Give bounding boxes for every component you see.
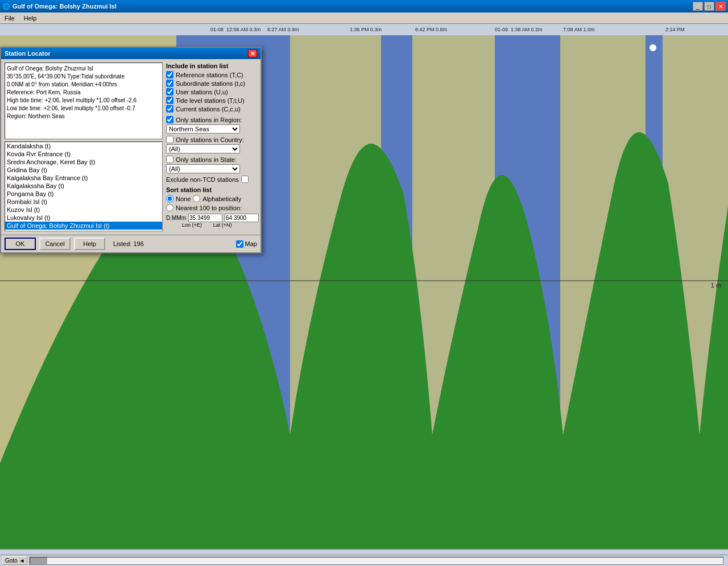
scroll-thumb[interactable]	[30, 557, 47, 564]
app-icon: 🌐	[2, 3, 10, 10]
dialog-close-button[interactable]: ✕	[248, 49, 257, 57]
station-list-item[interactable]: Kandalaksha (t)	[5, 142, 162, 150]
sort-none-radio[interactable]	[166, 195, 173, 202]
dialog-footer: OK Cancel Help Listed: 196 Map	[1, 235, 260, 252]
time-label-7: 2:14 PM	[665, 27, 685, 32]
only-country-row: Only stations in Country:	[166, 136, 257, 143]
dialog-body: Gulf of Onega: Bolshy Zhuzmui Isl 35°35.…	[1, 59, 260, 235]
goto-bar: Goto ◄	[0, 555, 728, 566]
only-country-label: Only stations in Country:	[176, 136, 244, 143]
lon-lat-labels: Lon (+E) Lat (+N)	[182, 222, 257, 228]
left-panel: Gulf of Onega: Bolshy Zhuzmui Isl 35°35.…	[5, 63, 163, 231]
include-section-label: Include in station list	[166, 63, 257, 69]
station-list-item[interactable]: Sredni Anchorage, Keret Bay (t)	[5, 158, 162, 166]
state-dropdown-row: (All)	[166, 164, 257, 173]
reference-stations-row: Reference stations (T,C)	[166, 71, 257, 78]
lon-label: Lon (+E)	[182, 222, 202, 228]
station-list-item[interactable]: Gridina Bay (t)	[5, 166, 162, 174]
user-stations-row: User stations (U,u)	[166, 88, 257, 95]
station-list-item[interactable]: Pongama Bay (t)	[5, 190, 162, 198]
level-label: 1 m	[711, 282, 721, 289]
current-stations-checkbox[interactable]	[166, 105, 173, 113]
station-list-item[interactable]: Kovda Rvr Entrance (t)	[5, 150, 162, 158]
window-title: Gulf of Omega: Bolshy Zhuzmui Isl	[13, 3, 117, 10]
sort-none-label: None	[176, 195, 191, 202]
country-dropdown[interactable]: (All)	[166, 144, 240, 153]
sort-nearest-row: Nearest 100 to position:	[166, 203, 257, 211]
tide-level-stations-checkbox[interactable]	[166, 97, 173, 104]
time-label-4: 6:42 PM 0.8m	[415, 27, 447, 32]
time-label-1: 01-08 12:58 AM 0.3m	[210, 27, 261, 32]
close-window-button[interactable]: ✕	[715, 2, 726, 11]
only-region-label: Only stations in Region:	[176, 116, 242, 123]
title-bar-controls[interactable]: _ □ ✕	[693, 2, 726, 11]
state-dropdown[interactable]: (All)	[166, 164, 240, 173]
svg-point-7	[650, 44, 656, 51]
time-label-5: 01-09 1:38 AM 0.2m	[495, 27, 543, 32]
sort-alpha-radio[interactable]	[193, 195, 200, 202]
help-button[interactable]: Help	[74, 238, 105, 250]
dialog-title-bar: Station Locator ✕	[1, 48, 260, 59]
current-stations-row: Current stations (C,c,u)	[166, 105, 257, 113]
station-locator-dialog: Station Locator ✕ Gulf of Onega: Bolshy …	[0, 47, 262, 253]
sort-none-row: None Alphabetically	[166, 195, 257, 202]
title-bar: 🌐 Gulf of Omega: Bolshy Zhuzmui Isl _ □ …	[0, 0, 728, 13]
station-list-container: Kandalaksha (t)Kovda Rvr Entrance (t)Sre…	[5, 142, 163, 231]
only-state-checkbox[interactable]	[166, 156, 173, 163]
listed-info: Listed: 196	[113, 240, 144, 247]
time-label-2: 6:27 AM 0.9m	[267, 27, 299, 32]
user-stations-checkbox[interactable]	[166, 88, 173, 95]
region-dropdown[interactable]: Northern Seas	[166, 124, 240, 134]
station-list-item[interactable]: Kuzov Isl (t)	[5, 206, 162, 214]
map-checkbox[interactable]	[236, 240, 243, 248]
lat-input[interactable]	[225, 214, 259, 222]
right-panel: Include in station list Reference statio…	[166, 63, 257, 231]
dialog-title-label: Station Locator	[5, 50, 51, 57]
sort-nearest-radio[interactable]	[166, 204, 173, 211]
reference-stations-label: Reference stations (T,C)	[176, 72, 243, 78]
maximize-button[interactable]: □	[704, 2, 714, 11]
title-bar-left: 🌐 Gulf of Omega: Bolshy Zhuzmui Isl	[2, 3, 117, 10]
sort-section: Sort station list None Alphabetically Ne…	[166, 186, 257, 211]
only-region-row: Only stations in Region:	[166, 116, 257, 123]
station-list-item[interactable]: Kalgalakssha Bay (t)	[5, 182, 162, 190]
menu-help[interactable]: Help	[22, 14, 39, 22]
cancel-button[interactable]: Cancel	[39, 238, 71, 250]
horizontal-scrollbar[interactable]	[30, 557, 723, 565]
info-line7: Region: Northern Seas	[7, 113, 160, 120]
sort-section-label: Sort station list	[166, 186, 257, 193]
current-stations-label: Current stations (C,c,u)	[176, 106, 241, 113]
dmmm-label: D.MMm	[166, 215, 186, 221]
goto-button[interactable]: Goto ◄	[2, 556, 27, 565]
station-list[interactable]: Kandalaksha (t)Kovda Rvr Entrance (t)Sre…	[5, 142, 163, 231]
listed-label: Listed:	[113, 240, 131, 247]
only-country-checkbox[interactable]	[166, 136, 173, 143]
menu-bar: File Help	[0, 13, 728, 24]
time-labels: 01-08 12:58 AM 0.3m 6:27 AM 0.9m 1:36 PM…	[0, 24, 728, 35]
station-list-item[interactable]: Lukovalvy Isl (t)	[5, 214, 162, 222]
info-line3: 0.0NM at 0° from station. Meridian:+4:00…	[7, 81, 160, 89]
time-label-6: 7:08 AM 1.0m	[563, 27, 595, 32]
menu-file[interactable]: File	[2, 14, 17, 22]
sort-nearest-label: Nearest 100 to position:	[176, 205, 242, 211]
only-region-checkbox[interactable]	[166, 116, 173, 123]
ok-button[interactable]: OK	[5, 238, 36, 250]
station-list-item[interactable]: Kalgalaksha Bay Entrance (t)	[5, 174, 162, 182]
reference-stations-checkbox[interactable]	[166, 71, 173, 78]
subordinate-stations-checkbox[interactable]	[166, 80, 173, 87]
info-line5: High tide time: +2:06, level multiply *1…	[7, 97, 160, 105]
info-line6: Low tide time: +2:06, level multiply *1.…	[7, 105, 160, 113]
station-list-item[interactable]: Gulf of Onega: Bolshy Zhuzmui Isl (t)	[5, 222, 162, 230]
info-line2: 35°35.00'E, 64°39.00'N Type:Tidal subord…	[7, 73, 160, 81]
tide-level-stations-row: Tide level stations (T,t,U)	[166, 97, 257, 104]
only-state-label: Only stations in State:	[176, 156, 237, 163]
time-label-3: 1:36 PM 0.3m	[350, 27, 382, 32]
map-checkbox-row: Map	[236, 240, 257, 248]
station-info-panel: Gulf of Onega: Bolshy Zhuzmui Isl 35°35.…	[5, 63, 163, 139]
minimize-button[interactable]: _	[693, 2, 703, 11]
lon-input[interactable]	[188, 214, 222, 222]
exclude-non-tcd-checkbox[interactable]	[241, 176, 249, 183]
region-dropdown-row: Northern Seas	[166, 124, 257, 134]
station-list-item[interactable]: Rombaki Isl (t)	[5, 198, 162, 206]
station-list-item[interactable]: Gulf of Onega: Sorokas Road (t)	[5, 230, 162, 231]
